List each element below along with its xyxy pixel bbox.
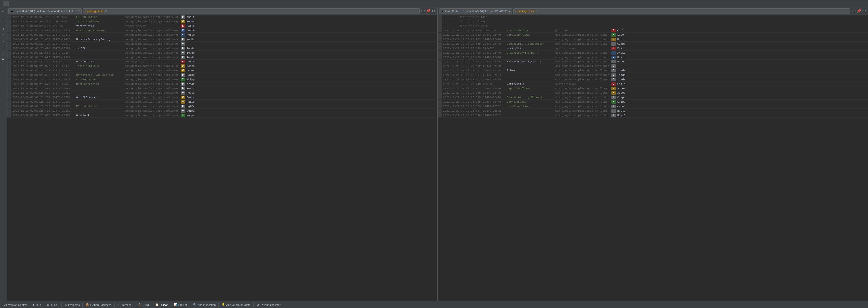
row-content: 2022-12-29 02:02:23.199546-603VerityUtil… xyxy=(11,24,437,28)
filter-button[interactable]: ☰ xyxy=(1,45,6,50)
bottom-btn-app-quality-insights[interactable]: 💡App Quality Insights xyxy=(220,302,252,308)
bottom-btn-layout-inspector[interactable]: 🗂Layout Inspector xyxy=(255,302,282,308)
table-row[interactable]: 2022-12-29 02:02:26.58422470-22582com.go… xyxy=(438,109,868,113)
bottom-btn-run[interactable]: ▶Run xyxy=(31,302,43,308)
table-row[interactable]: 2022-12-29 02:02:26.69922470-22582com.go… xyxy=(7,91,437,95)
table-row[interactable]: 2022-12-29 01:00:55.7901639-1855EGL_emul… xyxy=(7,15,437,19)
arrow-up-button[interactable]: ↑ xyxy=(1,32,6,38)
table-row[interactable]: 2022-12-29 02:02:23.66422470-22584com.go… xyxy=(7,51,437,55)
table-row[interactable]: 2022-12-29 02:02:24.32822470-22470com.go… xyxy=(7,68,437,73)
arrow-down-button[interactable]: ↓ xyxy=(1,38,6,44)
table-row[interactable]: 2022-12-29 02:02:24.32822470-22470com.go… xyxy=(438,91,868,95)
video-button[interactable]: ▶ xyxy=(1,56,6,62)
device-selector[interactable]: 📱Pixel XL API 31 (emulator-5554) Android… xyxy=(439,8,513,14)
table-row[interactable]: --------- beginning of kernel xyxy=(438,19,868,24)
bottom-btn-logcat[interactable]: 📋Logcat xyxy=(153,302,170,308)
screenshot-button[interactable]: ⬛ xyxy=(1,50,6,56)
table-row[interactable]: --------- beginning of system xyxy=(438,24,868,28)
table-row[interactable]: 2022-12-29 02:02:23.66422470-22584com.go… xyxy=(438,73,868,77)
log-tag: VerityUtils xyxy=(507,47,554,50)
table-row[interactable]: 2022-12-29 02:02:23.199546-603VerityUtil… xyxy=(7,24,437,28)
filter-clear-button[interactable]: × xyxy=(535,10,537,12)
log-pid: 22470-22584 xyxy=(52,47,74,50)
table-row[interactable]: 2022-12-28 09:27:44.8901507-1507studio.d… xyxy=(438,28,868,33)
device-selector[interactable]: 📱Pixel XL API 31 (emulator-5554) Android… xyxy=(8,8,82,14)
table-row[interactable]: 2022-12-29 02:02:24.32722470-22470.apps.… xyxy=(7,64,437,68)
table-row[interactable]: 2022-12-29 02:02:26.71522470-22582com.go… xyxy=(7,109,437,113)
table-row[interactable]: 2022-12-29 02:02:26.15522470-22470Choreo… xyxy=(7,77,437,82)
log-message: Faile xyxy=(187,60,436,63)
table-row[interactable]: 2022-12-29 02:02:22.54522470-22470Compat… xyxy=(438,41,868,46)
table-row[interactable]: 2022-12-29 02:02:23.62122470-22584libEGL… xyxy=(438,68,868,73)
table-row[interactable]: 2022-12-29 02:02:23.40222470-22470com.go… xyxy=(7,41,437,46)
table-row[interactable]: 2022-12-29 01:01:04.7701639-1675.apps.su… xyxy=(7,19,437,24)
bottom-btn-problems[interactable]: ⚠Problems xyxy=(63,302,82,308)
table-row[interactable]: 2022-12-29 02:02:26.71322470-22582EGL_em… xyxy=(7,104,437,109)
table-row[interactable]: 2022-12-29 02:02:26.71122470-22582com.go… xyxy=(7,100,437,104)
pause-button[interactable]: ⏸ xyxy=(1,15,6,20)
table-row[interactable]: 2022-12-29 02:02:23.40022470-22470com.go… xyxy=(438,55,868,59)
help-icon[interactable]: ? xyxy=(854,9,856,13)
star-icon[interactable]: ☆ xyxy=(421,9,422,13)
table-row[interactable]: 2022-12-29 02:02:23.67322470-22584com.go… xyxy=(438,77,868,82)
star-icon[interactable]: ☆ xyxy=(851,9,853,13)
log-content-left[interactable]: 2022-12-29 01:00:55.7901639-1855EGL_emul… xyxy=(7,15,437,301)
filter-clear-button[interactable]: × xyxy=(105,10,107,12)
log-message: Faile xyxy=(617,47,867,50)
table-row[interactable]: 2022-12-29 02:02:23.40222470-22470com.go… xyxy=(438,64,868,68)
soft-wrap-button[interactable]: ↵ xyxy=(1,21,6,26)
table-row[interactable]: 2022-12-29 02:02:21.96322470-22470com.go… xyxy=(438,37,868,41)
table-row[interactable]: 2022-12-29 02:02:23.40222470-22470Networ… xyxy=(7,37,437,41)
table-row[interactable]: 2022-12-29 02:02:23.743546-603VerityUtil… xyxy=(7,59,437,64)
table-row[interactable]: 2022-12-29 02:02:23.199546-603VerityUtil… xyxy=(438,46,868,51)
close-panel-icon[interactable]: × xyxy=(434,9,436,13)
table-row[interactable]: 2022-12-29 02:02:26.80322470-22582Grallo… xyxy=(7,113,437,117)
bottom-btn-build[interactable]: 🔨Build xyxy=(136,302,151,308)
table-row[interactable]: 2022-12-29 02:02:23.40022470-22470Graphi… xyxy=(7,28,437,33)
scroll-end-button[interactable]: ⤓ xyxy=(1,27,6,32)
log-content-right[interactable]: --------- beginning of main--------- beg… xyxy=(438,15,868,301)
bottom-btn-terminal[interactable]: >_Terminal xyxy=(116,302,134,308)
table-row[interactable]: 2022-12-29 02:02:26.57922470-22582HostCo… xyxy=(7,82,437,86)
bottom-btn-python-packages[interactable]: 📦Python Packages xyxy=(84,302,114,308)
table-row[interactable]: 2022-12-29 02:02:23.40022470-22470com.go… xyxy=(7,33,437,37)
help-icon[interactable]: ? xyxy=(423,9,425,13)
table-row[interactable]: 2022-12-29 02:02:26.70922470-22582OpenGL… xyxy=(7,95,437,100)
log-timestamp: 2022-12-29 02:02:23.664 xyxy=(12,51,51,54)
table-row[interactable]: --------- beginning of main xyxy=(438,15,868,19)
log-level-badge: E xyxy=(181,60,185,63)
table-row[interactable]: 2022-12-29 02:02:23.67322470-22584com.go… xyxy=(7,55,437,59)
table-row[interactable]: 2022-12-29 02:02:26.15522470-22470Choreo… xyxy=(438,100,868,104)
toolbar-separator xyxy=(253,303,254,307)
log-pid: 22470-22584 xyxy=(483,74,505,77)
bottom-btn-version-control[interactable]: ⎇Version Control xyxy=(2,302,29,308)
close-panel-icon[interactable]: × xyxy=(865,9,867,13)
row-content: 2022-12-29 02:02:26.69922470-22582com.go… xyxy=(442,113,868,117)
log-message: loade xyxy=(187,56,436,59)
pin-icon[interactable]: 📌 xyxy=(426,9,430,13)
row-content: 2022-12-29 02:02:23.62122470-22584libEGL… xyxy=(11,46,437,50)
table-row[interactable]: 2022-12-29 02:02:23.40022470-22470Graphi… xyxy=(438,51,868,55)
logcat-tab[interactable] xyxy=(3,1,9,6)
table-row[interactable]: 2022-12-29 02:02:26.57922470-22582HostCo… xyxy=(438,104,868,109)
table-row[interactable]: 2022-12-29 02:02:25.69022470-22470Compat… xyxy=(438,95,868,100)
table-row[interactable]: 2022-12-29 02:02:23.62122470-22584libEGL… xyxy=(7,46,437,51)
bottom-btn-profiler[interactable]: 📊Profiler xyxy=(172,302,189,308)
pin-icon[interactable]: 📌 xyxy=(857,9,861,13)
table-row[interactable]: 2022-12-29 02:02:23.743546-603VerityUtil… xyxy=(438,82,868,86)
table-row[interactable]: 2022-12-29 02:02:26.58422470-22582com.go… xyxy=(7,86,437,91)
bottom-btn-todo[interactable]: ☑TODO xyxy=(45,302,60,308)
table-row[interactable]: 2022-12-29 02:02:26.69922470-22582com.go… xyxy=(438,113,868,117)
expand-icon[interactable]: ⬆ xyxy=(431,9,433,13)
table-row[interactable]: 2022-12-29 02:02:23.40222470-22470Networ… xyxy=(438,59,868,64)
table-row[interactable]: 2022-12-29 02:02:24.32722470-22470.apps.… xyxy=(438,86,868,91)
log-package: com.google.samples.apps.sunflower xyxy=(125,29,179,32)
table-row[interactable]: 2022-12-29 02:02:21.76322470-22470.apps.… xyxy=(438,33,868,37)
log-tag: studio.deploy xyxy=(507,29,554,32)
log-message: creat xyxy=(617,105,867,108)
bottom-btn-app-inspection[interactable]: 🔍App Inspection xyxy=(191,302,218,308)
log-level-badge: I xyxy=(611,33,616,37)
clear-button[interactable]: ⊘ xyxy=(1,9,6,14)
table-row[interactable]: 2022-12-29 02:02:25.69022470-22470Compat… xyxy=(7,73,437,77)
expand-icon[interactable]: ⬆ xyxy=(862,9,864,13)
